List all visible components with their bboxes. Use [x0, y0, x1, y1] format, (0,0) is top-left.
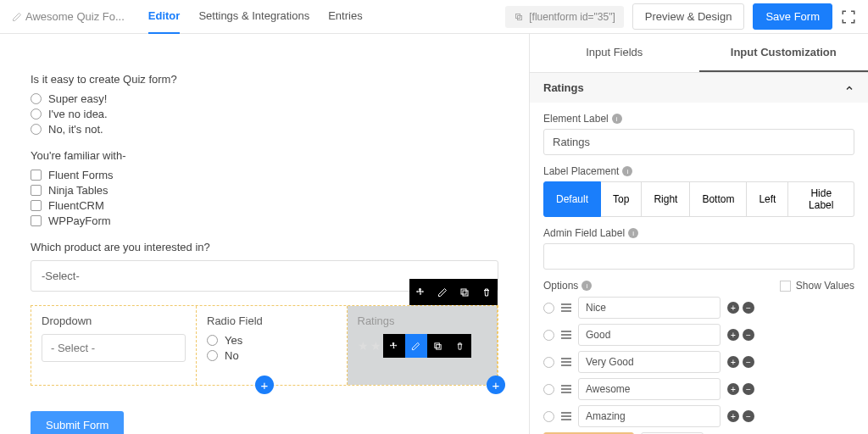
- option-row: + −: [543, 351, 854, 373]
- option-row: + −: [543, 405, 854, 427]
- add-option-icon[interactable]: +: [727, 302, 739, 314]
- info-icon[interactable]: i: [622, 166, 632, 176]
- drag-handle-icon[interactable]: [561, 412, 571, 420]
- col2-opt-0[interactable]: Yes: [207, 334, 337, 347]
- col2-opt-1[interactable]: No: [207, 349, 337, 362]
- field-toolbar: [383, 334, 471, 358]
- q1-label: Is it easy to create Quiz form?: [31, 73, 498, 86]
- checkbox-icon: [780, 281, 791, 292]
- tab-settings[interactable]: Settings & Integrations: [198, 0, 309, 34]
- save-button[interactable]: Save Form: [753, 3, 832, 30]
- drag-handle-icon[interactable]: [561, 358, 571, 366]
- radio-icon[interactable]: [543, 384, 554, 395]
- label-placement-title: Label Placement: [543, 165, 619, 177]
- seg-bottom[interactable]: Bottom: [690, 181, 747, 217]
- info-icon[interactable]: i: [581, 281, 592, 291]
- col1-select[interactable]: - Select -: [42, 334, 186, 362]
- trash-icon[interactable]: [476, 279, 498, 305]
- move-icon[interactable]: [383, 334, 405, 358]
- remove-option-icon[interactable]: −: [743, 302, 754, 314]
- q1-opt-1[interactable]: I've no idea.: [31, 108, 498, 120]
- remove-option-icon[interactable]: −: [743, 356, 754, 368]
- remove-option-icon[interactable]: −: [743, 410, 754, 422]
- q1-opt-2[interactable]: No, it's not.: [31, 123, 498, 136]
- option-input[interactable]: [578, 405, 721, 427]
- edit-icon[interactable]: [431, 279, 453, 305]
- option-row: + −: [543, 324, 854, 346]
- svg-rect-5: [435, 342, 440, 348]
- options-title: Options: [543, 280, 578, 292]
- col2-label: Radio Field: [207, 314, 337, 327]
- q3-label: Which product are you interested in?: [31, 241, 498, 253]
- checkbox-icon: [31, 185, 42, 196]
- accordion-ratings[interactable]: Ratings: [530, 73, 868, 103]
- remove-option-icon[interactable]: −: [743, 383, 754, 395]
- q1-opt-0[interactable]: Super easy!: [31, 92, 498, 105]
- radio-icon[interactable]: [543, 357, 554, 368]
- svg-rect-4: [437, 344, 442, 349]
- show-values-toggle[interactable]: Show Values: [780, 280, 854, 292]
- edit-icon[interactable]: [405, 334, 427, 358]
- seg-hide[interactable]: Hide Label: [788, 181, 854, 217]
- tab-entries[interactable]: Entries: [328, 0, 362, 34]
- add-option-icon[interactable]: +: [727, 356, 739, 368]
- add-row-button[interactable]: +: [255, 376, 274, 394]
- shortcode-display[interactable]: [fluentform id="35"]: [505, 6, 624, 28]
- info-icon[interactable]: i: [628, 228, 638, 238]
- option-input[interactable]: [578, 297, 721, 319]
- info-icon[interactable]: i: [612, 114, 622, 124]
- fullscreen-icon[interactable]: [841, 9, 856, 25]
- option-row: + −: [543, 378, 854, 400]
- radio-icon[interactable]: [543, 303, 554, 314]
- remove-option-icon[interactable]: −: [743, 329, 754, 341]
- duplicate-icon[interactable]: [453, 279, 476, 305]
- tab-editor[interactable]: Editor: [148, 0, 181, 34]
- trash-icon[interactable]: [449, 334, 471, 358]
- form-title-text: Awesome Quiz Fo...: [25, 10, 125, 23]
- radio-icon[interactable]: [543, 411, 554, 422]
- drag-handle-icon[interactable]: [561, 303, 571, 312]
- add-option-icon[interactable]: +: [727, 410, 739, 422]
- option-input[interactable]: [578, 324, 721, 346]
- seg-left[interactable]: Left: [747, 181, 788, 217]
- star-icon: ★: [370, 339, 381, 353]
- svg-rect-2: [463, 291, 468, 296]
- submit-button[interactable]: Submit Form: [31, 411, 124, 434]
- sidetab-input-fields[interactable]: Input Fields: [530, 34, 699, 72]
- move-icon[interactable]: [409, 279, 431, 305]
- svg-rect-3: [461, 289, 466, 294]
- q2-opt-3[interactable]: WPPayForm: [31, 214, 498, 227]
- radio-icon: [207, 335, 218, 346]
- chevron-up-icon: [844, 83, 854, 93]
- rating-stars[interactable]: ★ ★: [358, 339, 381, 353]
- checkbox-icon: [31, 215, 42, 226]
- radio-icon[interactable]: [543, 330, 554, 341]
- q2-opt-1[interactable]: Ninja Tables: [31, 184, 498, 197]
- radio-icon: [207, 350, 218, 361]
- admin-label-input[interactable]: [543, 243, 854, 270]
- radio-icon: [31, 108, 42, 120]
- q2-opt-0[interactable]: Fluent Forms: [31, 169, 498, 181]
- drag-handle-icon[interactable]: [561, 331, 571, 339]
- admin-label-title: Admin Field Label: [543, 227, 625, 239]
- sidetab-customization[interactable]: Input Customization: [699, 34, 869, 72]
- seg-default[interactable]: Default: [543, 181, 601, 217]
- seg-top[interactable]: Top: [601, 181, 642, 217]
- seg-right[interactable]: Right: [642, 181, 690, 217]
- pencil-icon: [12, 12, 22, 22]
- duplicate-icon[interactable]: [427, 334, 449, 358]
- col1-label: Dropdown: [42, 314, 186, 327]
- star-icon: ★: [358, 339, 369, 353]
- add-option-icon[interactable]: +: [727, 383, 739, 395]
- checkbox-icon: [31, 200, 42, 211]
- checkbox-icon: [31, 170, 42, 181]
- drag-handle-icon[interactable]: [561, 385, 571, 393]
- add-option-icon[interactable]: +: [727, 329, 739, 341]
- add-column-button[interactable]: +: [487, 376, 505, 394]
- element-label-input[interactable]: [543, 129, 854, 155]
- form-title: Awesome Quiz Fo...: [12, 10, 125, 23]
- preview-button[interactable]: Preview & Design: [632, 3, 745, 30]
- q2-opt-2[interactable]: FluentCRM: [31, 199, 498, 212]
- option-input[interactable]: [578, 351, 721, 373]
- option-input[interactable]: [578, 378, 721, 400]
